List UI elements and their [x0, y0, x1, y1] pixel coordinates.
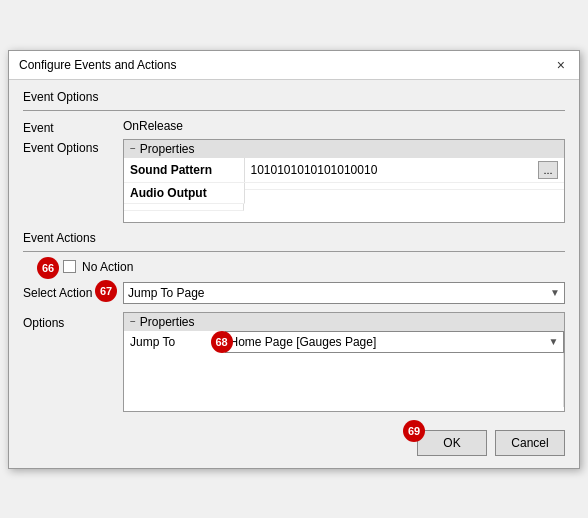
event-properties-box: − Properties Sound Pattern 1010101010101…: [123, 139, 565, 223]
event-label: Event: [23, 119, 123, 135]
options-properties-label: Properties: [140, 315, 195, 329]
select-action-dropdown[interactable]: Jump To Page ▼: [123, 282, 565, 304]
select-action-row: Select Action 67 Jump To Page ▼: [23, 282, 565, 304]
ok-button-wrap: 69 OK: [417, 430, 487, 456]
dialog-body: Event Options Event OnRelease Event Opti…: [9, 80, 579, 422]
event-options-label: Event Options: [23, 139, 123, 155]
event-options-section: Event Options Event OnRelease Event Opti…: [23, 90, 565, 223]
jump-to-value: Home Page [Gauges Page]: [230, 335, 377, 349]
dropdown-arrow-icon: ▼: [550, 287, 560, 298]
sound-pattern-value-row: 1010101010101010010 ...: [251, 161, 559, 179]
audio-output-cell: [245, 183, 565, 190]
sound-pattern-value: 1010101010101010010: [251, 163, 378, 177]
event-properties-table: Sound Pattern 1010101010101010010 ... Au…: [124, 158, 564, 222]
ok-button[interactable]: OK: [417, 430, 487, 456]
event-actions-heading: Event Actions: [23, 231, 565, 245]
jump-to-arrow-icon: ▼: [549, 336, 559, 347]
select-action-value: Jump To Page: [128, 286, 205, 300]
collapse-icon2: −: [130, 316, 136, 327]
title-bar: Configure Events and Actions ×: [9, 51, 579, 80]
dialog-footer: 69 OK Cancel: [9, 422, 579, 468]
options-empty-row3: [124, 389, 564, 407]
jump-to-cell: 68 Home Page [Gauges Page] ▼: [224, 331, 564, 353]
options-properties-table: Jump To 68 Home Page [Gauges Page] ▼: [124, 331, 564, 407]
options-empty-row1: [124, 353, 564, 371]
no-action-row: 66 No Action: [63, 260, 565, 274]
event-options-field-row: Event Options − Properties Sound Pattern…: [23, 139, 565, 223]
sound-pattern-row: Sound Pattern 1010101010101010010 ...: [124, 158, 564, 183]
divider2: [23, 251, 565, 252]
event-properties-label: Properties: [140, 142, 195, 156]
jump-to-label: Jump To: [124, 331, 224, 353]
select-action-dropdown-wrap: 67 Jump To Page ▼: [123, 282, 565, 304]
options-properties-header: − Properties: [124, 313, 564, 331]
audio-output-label: Audio Output: [124, 183, 244, 204]
configure-events-dialog: Configure Events and Actions × Event Opt…: [8, 50, 580, 469]
badge-68: 68: [211, 331, 233, 353]
jump-to-row: Jump To 68 Home Page [Gauges Page] ▼: [124, 331, 564, 353]
badge-66: 66: [37, 257, 59, 279]
options-row: Options − Properties Jump To 68 Home Pag…: [23, 312, 565, 412]
no-action-checkbox[interactable]: [63, 260, 76, 273]
sound-pattern-label: Sound Pattern: [124, 158, 244, 183]
options-empty-row2: [124, 371, 564, 389]
sound-pattern-browse-button[interactable]: ...: [538, 161, 558, 179]
divider1: [23, 110, 565, 111]
badge-67: 67: [95, 280, 117, 302]
empty-row: [124, 204, 564, 222]
no-action-label: No Action: [82, 260, 133, 274]
options-label: Options: [23, 312, 123, 330]
event-field-row: Event OnRelease: [23, 119, 565, 135]
close-button[interactable]: ×: [553, 57, 569, 73]
event-options-heading: Event Options: [23, 90, 565, 104]
jump-to-dropdown[interactable]: Home Page [Gauges Page] ▼: [225, 331, 564, 353]
audio-output-row: Audio Output: [124, 183, 564, 204]
options-properties-box: − Properties Jump To 68 Home Page [Gauge…: [123, 312, 565, 412]
collapse-icon: −: [130, 143, 136, 154]
dialog-title: Configure Events and Actions: [19, 58, 176, 72]
badge-69: 69: [403, 420, 425, 442]
event-properties-header: − Properties: [124, 140, 564, 158]
sound-pattern-cell: 1010101010101010010 ...: [245, 158, 565, 183]
event-actions-section: Event Actions 66 No Action Select Action…: [23, 231, 565, 412]
event-value: OnRelease: [123, 119, 183, 133]
cancel-button[interactable]: Cancel: [495, 430, 565, 456]
